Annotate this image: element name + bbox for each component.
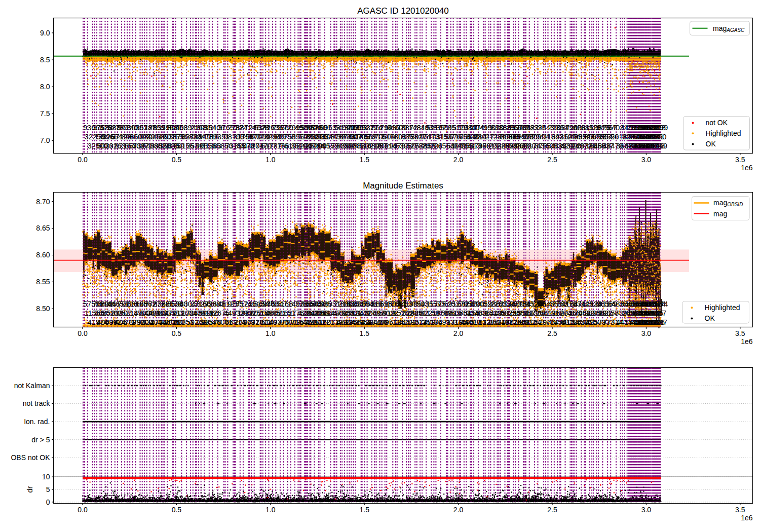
svg-text:OK: OK [705, 314, 715, 322]
svg-text:0.0: 0.0 [78, 329, 88, 337]
svg-text:2.0: 2.0 [453, 329, 464, 337]
svg-text:1.5: 1.5 [359, 156, 369, 164]
svg-text:1e6: 1e6 [741, 164, 753, 172]
svg-text:8.5: 8.5 [40, 56, 50, 64]
svg-text:3.0: 3.0 [641, 156, 652, 164]
svg-text:7.5: 7.5 [40, 109, 50, 118]
svg-text:0.0: 0.0 [78, 506, 88, 514]
svg-text:10899: 10899 [648, 124, 668, 132]
svg-text:58767: 58767 [646, 309, 666, 317]
svg-text:1.0: 1.0 [265, 156, 276, 164]
svg-text:3.5: 3.5 [735, 329, 745, 337]
svg-text:not track: not track [23, 399, 51, 407]
svg-text:8.60: 8.60 [36, 251, 50, 259]
svg-text:1.0: 1.0 [265, 506, 276, 514]
svg-text:Highlighted: Highlighted [705, 303, 740, 312]
svg-text:0: 0 [46, 498, 50, 506]
svg-text:3.0: 3.0 [641, 329, 652, 337]
svg-text:3.5: 3.5 [735, 506, 745, 514]
svg-text:1.5: 1.5 [359, 329, 369, 337]
svg-text:2.0: 2.0 [453, 156, 464, 164]
svg-text:dr > 5: dr > 5 [31, 436, 50, 444]
svg-text:20169: 20169 [647, 142, 667, 150]
svg-text:5: 5 [46, 485, 50, 493]
svg-text:2.5: 2.5 [547, 329, 557, 337]
svg-text:0.5: 0.5 [172, 329, 182, 337]
svg-text:3.0: 3.0 [641, 506, 652, 514]
svg-text:8.55: 8.55 [36, 278, 50, 286]
svg-text:2.0: 2.0 [453, 506, 464, 514]
svg-text:0.5: 0.5 [172, 506, 182, 514]
svg-text:7.0: 7.0 [40, 136, 50, 144]
svg-text:2.5: 2.5 [547, 156, 557, 164]
svg-text:Highlighted: Highlighted [706, 129, 741, 137]
svg-text:2.5: 2.5 [547, 506, 557, 514]
svg-text:dr: dr [26, 486, 34, 492]
svg-text:not OK: not OK [706, 119, 728, 127]
svg-text:AGASC ID 1201020040: AGASC ID 1201020040 [357, 6, 449, 16]
svg-text:77950: 77950 [646, 133, 666, 141]
svg-text:OK: OK [706, 140, 716, 148]
svg-text:36387: 36387 [647, 318, 667, 326]
svg-text:OBS not OK: OBS not OK [11, 453, 50, 462]
svg-text:0.5: 0.5 [172, 156, 182, 164]
svg-text:not Kalman: not Kalman [14, 382, 50, 390]
svg-text:8.65: 8.65 [36, 224, 50, 232]
svg-text:8.0: 8.0 [40, 83, 50, 91]
svg-text:Magnitude Estimates: Magnitude Estimates [363, 181, 443, 191]
svg-text:1e6: 1e6 [741, 514, 753, 522]
svg-text:3.5: 3.5 [735, 156, 745, 164]
svg-text:1.0: 1.0 [265, 329, 276, 337]
svg-text:1e6: 1e6 [741, 337, 753, 346]
svg-text:9.0: 9.0 [40, 29, 50, 37]
svg-text:10: 10 [42, 473, 50, 481]
svg-text:Ion. rad.: Ion. rad. [24, 417, 50, 426]
svg-text:8.50: 8.50 [36, 305, 50, 313]
svg-text:22974: 22974 [648, 300, 668, 308]
svg-text:0.0: 0.0 [78, 156, 88, 164]
svg-text:mag: mag [713, 210, 727, 218]
svg-text:8.70: 8.70 [36, 198, 50, 206]
svg-text:1.5: 1.5 [359, 506, 369, 514]
